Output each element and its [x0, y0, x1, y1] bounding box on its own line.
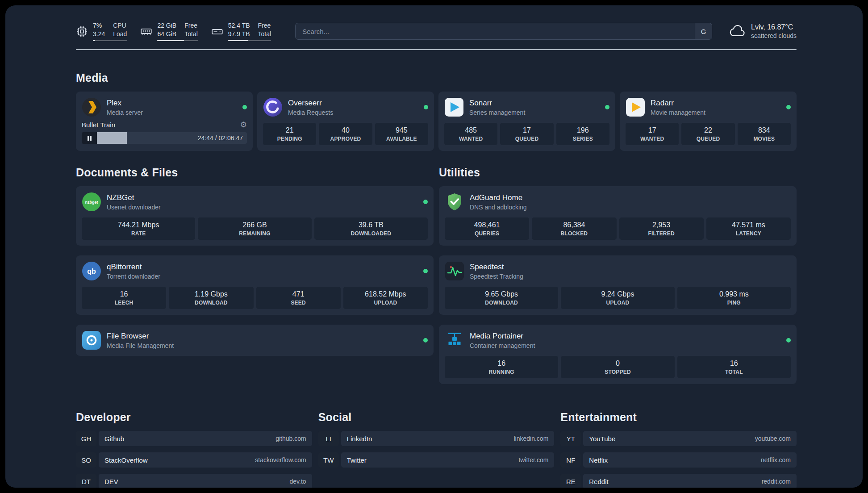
search-bar: G [295, 23, 712, 40]
service-card-adguard[interactable]: AdGuard Home DNS and adblocking 498,461 … [439, 186, 797, 246]
bookmark-abbr: RE [560, 474, 581, 488]
service-card-plex[interactable]: Plex Media server Bullet Train ⚙ 24:44 /… [76, 92, 253, 151]
service-card-filebrowser[interactable]: File Browser Media File Management [76, 325, 434, 356]
adguard-icon [445, 192, 464, 212]
service-card-qbittorrent[interactable]: qb qBittorrent Torrent downloader 16 LEE… [76, 255, 434, 315]
search-provider-button[interactable]: G [695, 23, 712, 39]
bookmark-group-entertainment: Entertainment YT YouTube youtube.com NF … [560, 411, 797, 488]
bookmark-reddit[interactable]: RE Reddit reddit.com [560, 474, 797, 488]
service-description: Media server [107, 109, 143, 116]
service-card-speedtest[interactable]: Speedtest Speedtest Tracking 9.65 Gbps D… [439, 255, 797, 315]
stat-download: 1.19 Gbps DOWNLOAD [169, 287, 253, 309]
stat-stopped: 0 STOPPED [561, 356, 674, 378]
service-description: Series management [469, 109, 525, 116]
search-input[interactable] [295, 23, 712, 40]
cloud-icon [729, 25, 746, 38]
service-description: Speedtest Tracking [470, 273, 523, 280]
service-name: AdGuard Home [470, 193, 527, 202]
stat-downloaded: 39.6 TB DOWNLOADED [314, 217, 428, 240]
stat-label: SERIES [557, 136, 609, 142]
cpu-load-value: 3.24 [93, 30, 105, 38]
stat-latency: 47.571 ms LATENCY [706, 217, 791, 240]
stat-upload: 618.52 Mbps UPLOAD [343, 287, 428, 309]
stat-upload: 9.24 Gbps UPLOAD [561, 287, 674, 309]
stat-label: STOPPED [562, 369, 673, 375]
memory-widget: 22 GiB 64 GiB Free Total [140, 21, 197, 42]
service-card-overseerr[interactable]: Overseerr Media Requests 21 PENDING 40 A… [257, 92, 434, 151]
stat-label: DOWNLOAD [446, 300, 557, 306]
stat-value: 266 GB [199, 221, 310, 229]
bookmark-netflix[interactable]: NF Netflix netflix.com [560, 452, 797, 468]
service-name: File Browser [107, 332, 174, 341]
stat-label: BLOCKED [533, 230, 615, 237]
stat-label: PENDING [264, 136, 315, 142]
section-title-media: Media [76, 71, 797, 84]
stat-value: 16 [83, 290, 165, 298]
stat-value: 2,953 [620, 221, 703, 229]
status-dot [786, 105, 791, 109]
gear-icon[interactable]: ⚙ [240, 121, 247, 129]
status-dot [424, 105, 428, 109]
stat-label: QUEUED [682, 136, 734, 142]
bookmark-github[interactable]: GH Github github.com [76, 431, 312, 446]
stat-value: 86,384 [533, 221, 615, 229]
resource-widgets: 7% 3.24 CPU Load [76, 21, 271, 42]
stat-value: 196 [557, 126, 609, 134]
section-documents: Documents & Files nzbget NZBGet Usenet d… [76, 166, 434, 384]
weather-location: Lviv, 16.87°C [751, 23, 797, 31]
playback-progress-bar[interactable]: 24:44 / 02:06:47 [97, 132, 247, 144]
disk-label-bottom: Total [258, 30, 271, 38]
stat-movies: 834 MOVIES [738, 123, 791, 145]
bookmark-name: LinkedIn [347, 435, 372, 443]
cpu-icon [76, 25, 88, 38]
disk-total-value: 97.9 TB [228, 30, 250, 38]
bookmark-dev[interactable]: DT DEV dev.to [76, 474, 312, 488]
bookmark-name: DEV [104, 478, 118, 485]
top-bar: 7% 3.24 CPU Load [76, 21, 797, 42]
stat-wanted: 485 WANTED [444, 123, 497, 145]
bookmark-domain: github.com [275, 435, 306, 442]
now-playing-title: Bullet Train [82, 121, 115, 129]
bookmark-stackoverflow[interactable]: SO StackOverflow stackoverflow.com [76, 452, 312, 468]
stat-label: QUERIES [446, 230, 528, 237]
stat-approved: 40 APPROVED [319, 123, 372, 145]
stat-queued: 22 QUEUED [681, 123, 734, 145]
stat-label: LEECH [83, 300, 165, 306]
stat-wanted: 17 WANTED [626, 123, 679, 145]
stat-label: DOWNLOAD [170, 300, 252, 306]
divider [76, 49, 797, 50]
service-card-nzbget[interactable]: nzbget NZBGet Usenet downloader 744.21 M… [76, 186, 434, 246]
stat-pending: 21 PENDING [263, 123, 316, 145]
service-card-radarr[interactable]: Radarr Movie management 17 WANTED 22 QUE… [620, 92, 797, 151]
service-description: Media File Management [107, 342, 174, 349]
weather-widget: Lviv, 16.87°C scattered clouds [729, 23, 797, 39]
stat-label: UPLOAD [562, 300, 673, 306]
stat-value: 1.19 Gbps [170, 290, 252, 298]
weather-condition: scattered clouds [751, 32, 797, 39]
bookmark-abbr: LI [318, 431, 339, 446]
memory-label-top: Free [184, 21, 198, 30]
bookmark-youtube[interactable]: YT YouTube youtube.com [560, 431, 797, 446]
radarr-icon [626, 97, 645, 117]
bookmark-abbr: NF [560, 452, 581, 468]
bookmark-abbr: DT [76, 474, 96, 488]
pause-button[interactable] [82, 132, 97, 144]
service-description: Container management [470, 342, 535, 349]
memory-label-bottom: Total [184, 30, 198, 38]
bookmark-domain: twitter.com [518, 456, 548, 464]
stat-value: 0.993 ms [678, 290, 790, 298]
disk-free-value: 52.4 TB [228, 21, 250, 30]
service-card-portainer[interactable]: Media Portainer Container management 16 … [439, 325, 797, 384]
bookmark-twitter[interactable]: TW Twitter twitter.com [318, 452, 555, 468]
bookmark-domain: stackoverflow.com [255, 456, 306, 464]
service-card-sonarr[interactable]: Sonarr Series management 485 WANTED 17 Q… [438, 92, 615, 151]
section-media: Media Plex Media server Bullet Train [76, 71, 797, 151]
portainer-icon [445, 330, 464, 350]
disk-label-top: Free [258, 21, 271, 30]
stat-leech: 16 LEECH [82, 287, 166, 309]
bookmark-linkedin[interactable]: LI LinkedIn linkedin.com [318, 431, 555, 446]
stat-download: 9.65 Gbps DOWNLOAD [445, 287, 558, 309]
service-name: Radarr [651, 99, 705, 108]
stat-label: DOWNLOADED [315, 230, 427, 237]
dashboard-panel: 7% 3.24 CPU Load [5, 5, 863, 488]
